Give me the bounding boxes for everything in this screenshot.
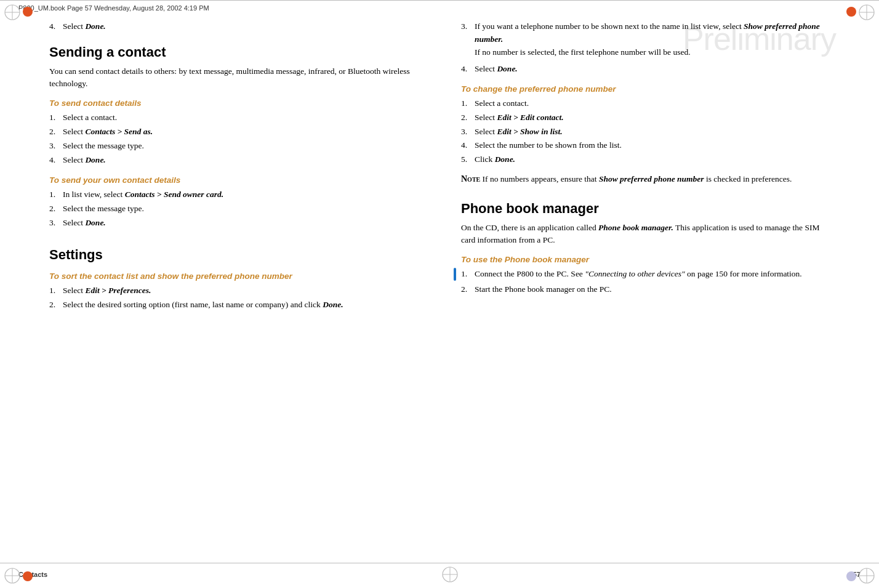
note-label: Note (461, 174, 480, 183)
phone-book-item-2: 2. Start the Phone book manager on the P… (461, 283, 830, 296)
phone-book-item-1: 1. Connect the P800 to the PC. See "Conn… (461, 268, 830, 281)
svg-point-14 (23, 571, 33, 581)
sub-heading-sort-contacts: To sort the contact list and show the pr… (49, 272, 418, 281)
step4-initial: 4. Select Done. (49, 20, 418, 33)
margin-bar (454, 268, 456, 281)
note-block: Note If no numbers appears, ensure that … (461, 172, 830, 185)
send-item-4: 4. Select Done. (49, 154, 418, 167)
reg-mark-bl (4, 567, 21, 584)
pref-item-3: 3. Select Edit > Show in list. (461, 126, 830, 139)
page: P800_UM.book Page 57 Wednesday, August 2… (0, 0, 879, 588)
sub-heading-change-preferred: To change the preferred phone number (461, 84, 830, 94)
send-item-1: 1. Select a contact. (49, 111, 418, 124)
settings-heading: Settings (49, 247, 418, 263)
top-bar: P800_UM.book Page 57 Wednesday, August 2… (0, 0, 879, 14)
dot-mark-bl (22, 571, 33, 582)
bottom-bar: Contacts 57 (0, 563, 879, 588)
pref-item-5: 5. Click Done. (461, 153, 830, 166)
dot-mark-br (846, 571, 857, 582)
phone-book-manager-body: On the CD, there is an application calle… (461, 222, 830, 247)
step4-text: Select Done. (63, 20, 106, 33)
step4-num: 4. (49, 20, 63, 33)
step4-bold: Done. (85, 22, 105, 31)
sub-heading-use-phone-book: To use the Phone book manager (461, 255, 830, 264)
right-content: 3. If you want a telephone number to be … (461, 20, 830, 296)
note-text: If no numbers appears, ensure that Show … (483, 174, 792, 183)
sub-heading-send-own-details: To send your own contact details (49, 175, 418, 185)
sending-contact-heading: Sending a contact (49, 44, 418, 60)
bottom-center-mark (441, 566, 459, 583)
send-item-3: 3. Select the message type. (49, 140, 418, 153)
own-item-3: 3. Select Done. (49, 217, 418, 230)
pref-item-2: 2. Select Edit > Edit contact. (461, 111, 830, 124)
right-step4: 4. Select Done. (461, 63, 830, 76)
sort-item-2: 2. Select the desired sorting option (fi… (49, 299, 418, 312)
print-info: P800_UM.book Page 57 Wednesday, August 2… (18, 4, 209, 12)
own-item-2: 2. Select the message type. (49, 203, 418, 215)
content-area: 4. Select Done. Sending a contact You ca… (0, 14, 879, 563)
sub-heading-send-contact-details: To send contact details (49, 99, 418, 108)
left-content: 4. Select Done. Sending a contact You ca… (49, 20, 418, 312)
send-item-2: 2. Select Contacts > Send as. (49, 126, 418, 139)
phone-book-manager-heading: Phone book manager (461, 201, 830, 217)
pref-item-1: 1. Select a contact. (461, 97, 830, 110)
pref-item-4: 4. Select the number to be shown from th… (461, 139, 830, 152)
sort-item-1: 1. Select Edit > Preferences. (49, 284, 418, 297)
svg-point-15 (846, 571, 856, 581)
right-column: Preliminary 3. If you want a telephone n… (440, 20, 879, 563)
own-item-1: 1. In list view, select Contacts > Send … (49, 188, 418, 201)
sending-contact-body: You can send contact details to others: … (49, 65, 418, 91)
reg-mark-br (858, 567, 875, 584)
phone-book-item-1-wrapper: 1. Connect the P800 to the PC. See "Conn… (461, 268, 830, 281)
left-column: 4. Select Done. Sending a contact You ca… (0, 20, 440, 563)
right-step3: 3. If you want a telephone number to be … (461, 20, 830, 59)
